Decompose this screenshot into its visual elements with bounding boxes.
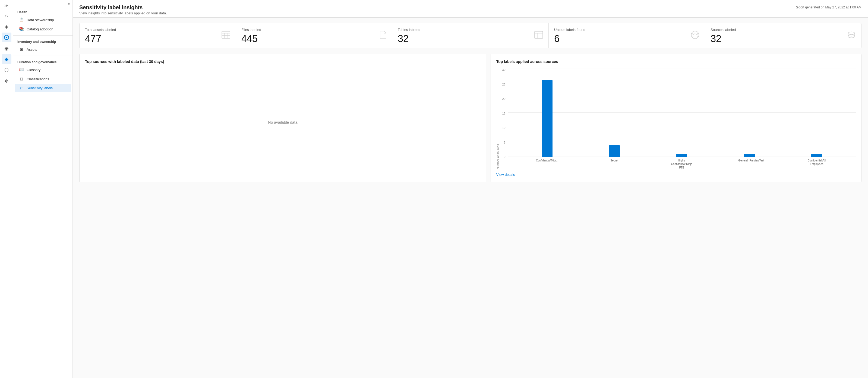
stat-unique-labels: Unique labels found 6 [549, 23, 705, 48]
files-labeled-icon [379, 30, 386, 41]
bar-group-5 [806, 68, 828, 157]
main-content: Sensitivity label insights View insights… [73, 0, 868, 378]
left-chart-title: Top sources with labeled data (last 30 d… [85, 59, 480, 64]
bars-row [508, 68, 856, 157]
sidebar-item-glossary-label: Glossary [27, 68, 40, 72]
total-assets-icon [221, 31, 230, 40]
svg-point-13 [692, 33, 694, 34]
bar-4 [744, 154, 755, 157]
svg-point-14 [696, 33, 698, 34]
bar-5 [811, 154, 822, 157]
y-label-15: 15 [502, 112, 505, 115]
bar-group-2 [603, 68, 625, 157]
data-stewardship-icon: 📋 [19, 18, 24, 22]
sidebar-health-header: Health [13, 8, 72, 15]
total-assets-label: Total assets labeled [85, 28, 230, 32]
tables-labeled-value: 32 [398, 34, 543, 44]
sidebar-item-catalog-adoption-label: Catalog adoption [27, 27, 53, 31]
total-assets-value: 477 [85, 34, 230, 44]
sources-labeled-label: Sources labeled [711, 28, 856, 32]
y-label-20: 20 [502, 97, 505, 100]
sidebar-item-sensitivity-labels-label: Sensitivity labels [27, 86, 53, 90]
stat-sources-labeled: Sources labeled 32 [705, 23, 861, 48]
sidebar-divider-1 [13, 35, 72, 36]
y-axis-title: Number of sources [496, 68, 500, 169]
stat-tables-labeled: Tables labeled 32 [392, 23, 549, 48]
sources-labeled-value: 32 [711, 34, 856, 44]
rail-insights-icon[interactable]: ◉ [2, 43, 11, 53]
rail-home-icon[interactable]: ⌂ [2, 11, 11, 21]
bars-and-grid [508, 68, 856, 157]
bar-1 [541, 80, 553, 157]
collapse-rail-button[interactable]: ≫ [2, 2, 11, 9]
y-label-10: 10 [502, 126, 505, 129]
report-generated-text: Report generated on May 27, 2022 at 1:00… [795, 5, 862, 9]
rail-governance-icon[interactable]: ⬡ [2, 65, 11, 75]
files-labeled-label: Files labeled [241, 28, 386, 32]
charts-row: Top sources with labeled data (last 30 d… [79, 54, 862, 182]
icon-rail: ≫ ⌂ ◈ ◉ ◆ ⬡ ⬖ [0, 0, 13, 378]
rail-data-icon[interactable]: ◆ [2, 54, 11, 64]
sidebar-item-data-stewardship[interactable]: 📋 Data stewardship [15, 15, 71, 24]
sidebar-item-data-stewardship-label: Data stewardship [27, 18, 54, 22]
rail-briefcase-icon[interactable]: ⬖ [2, 76, 11, 86]
sidebar-collapse-button[interactable]: « [13, 0, 72, 8]
tables-labeled-icon [534, 31, 543, 40]
svg-point-15 [848, 32, 855, 34]
no-data-message: No available data [85, 68, 480, 177]
right-chart-card: Top labels applied across sources Number… [491, 54, 862, 182]
bar-group-3 [671, 68, 692, 157]
x-label-2: Secret [603, 159, 625, 169]
bar-group-4 [739, 68, 760, 157]
sidebar-curation-header: Curation and governance [13, 58, 72, 65]
x-label-4: General_PurviewTest [738, 159, 760, 169]
rail-map-icon[interactable]: ◈ [2, 22, 11, 31]
y-axis: 30 25 20 15 10 5 0 [500, 68, 508, 169]
y-label-5: 5 [504, 141, 505, 144]
x-axis-labels: Confidential\Micr... Secret Highly Confi… [508, 157, 856, 169]
glossary-icon: 📖 [19, 67, 24, 72]
sidebar-divider-2 [13, 56, 72, 56]
y-label-0: 0 [504, 155, 505, 158]
sidebar-item-assets-label: Assets [27, 48, 37, 52]
assets-icon: ⊞ [19, 47, 24, 52]
y-label-25: 25 [502, 83, 505, 86]
right-chart-title: Top labels applied across sources [496, 59, 856, 64]
files-labeled-value: 445 [241, 34, 386, 44]
left-chart-card: Top sources with labeled data (last 30 d… [79, 54, 486, 182]
tables-labeled-label: Tables labeled [398, 28, 543, 32]
stats-row: Total assets labeled 477 Files labeled 4… [79, 23, 862, 48]
bar-group-1 [536, 68, 558, 157]
chart-area: Confidential\Micr... Secret Highly Confi… [508, 68, 856, 169]
sidebar-item-glossary[interactable]: 📖 Glossary [15, 65, 71, 74]
svg-rect-2 [222, 31, 230, 38]
unique-labels-label: Unique labels found [554, 28, 700, 32]
header-left: Sensitivity label insights View insights… [79, 4, 167, 15]
sources-labeled-icon [847, 30, 856, 41]
sensitivity-labels-icon: 🏷 [19, 86, 24, 90]
rail-catalog-icon[interactable] [2, 33, 11, 42]
sidebar: « Health 📋 Data stewardship 📚 Catalog ad… [13, 0, 73, 378]
svg-point-1 [6, 37, 7, 38]
bar-chart: Number of sources 30 25 20 15 10 5 0 [496, 68, 856, 177]
bar-2 [609, 145, 620, 157]
classifications-icon: ⊟ [19, 76, 24, 82]
stat-files-labeled: Files labeled 445 [236, 23, 392, 48]
sidebar-item-classifications[interactable]: ⊟ Classifications [15, 75, 71, 83]
catalog-adoption-icon: 📚 [19, 27, 24, 31]
sidebar-inventory-header: Inventory and ownership [13, 37, 72, 45]
sidebar-item-classifications-label: Classifications [27, 77, 49, 81]
unique-labels-icon [691, 30, 700, 41]
sidebar-item-catalog-adoption[interactable]: 📚 Catalog adoption [15, 25, 71, 33]
page-title: Sensitivity label insights [79, 4, 167, 10]
x-label-5: Confidential\All Employees [806, 159, 828, 169]
content-area: Total assets labeled 477 Files labeled 4… [73, 18, 868, 378]
sidebar-item-sensitivity-labels[interactable]: 🏷 Sensitivity labels [15, 84, 71, 92]
y-label-30: 30 [502, 68, 505, 71]
svg-rect-8 [535, 31, 543, 38]
main-header: Sensitivity label insights View insights… [73, 0, 868, 18]
page-subtitle: View insights into sensitivity labels ap… [79, 11, 167, 15]
sidebar-item-assets[interactable]: ⊞ Assets [15, 45, 71, 54]
stat-total-assets: Total assets labeled 477 [80, 23, 236, 48]
view-details-link[interactable]: View details [496, 172, 856, 177]
